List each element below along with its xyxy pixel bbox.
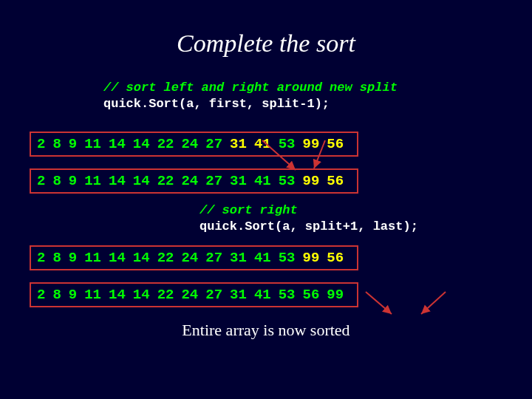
array-cell: 53 (279, 136, 296, 152)
array-cell: 27 (205, 250, 222, 266)
array-cell: 56 (327, 173, 344, 189)
array-cell: 2 (37, 173, 45, 189)
array-cell: 22 (157, 250, 174, 266)
svg-line-2 (366, 292, 392, 314)
array-cell: 99 (303, 136, 320, 152)
array-cell: 99 (327, 287, 344, 303)
array-cell: 24 (181, 136, 198, 152)
array-cell: 14 (109, 250, 126, 266)
array-cell: 2 (37, 136, 45, 152)
array-cell: 8 (52, 287, 61, 303)
array-cell: 14 (109, 136, 126, 152)
array-cell: 14 (109, 173, 126, 189)
array-cell: 9 (69, 250, 77, 266)
array-cell: 31 (230, 173, 247, 189)
array-cell: 11 (84, 136, 101, 152)
array-cell: 8 (52, 173, 61, 189)
code-block-1: // sort left and right around new split … (103, 80, 510, 112)
array-cell: 41 (254, 287, 271, 303)
array-cell: 53 (279, 250, 296, 266)
array-cell: 41 (254, 250, 271, 266)
slide-title: Complete the sort (126, 30, 406, 58)
caption: Entire array is now sorted (22, 321, 510, 340)
array-cell: 14 (133, 136, 150, 152)
array-cell: 41 (254, 136, 271, 152)
array-cell: 56 (327, 136, 344, 152)
array-cell: 22 (157, 173, 174, 189)
array-cell: 27 (205, 287, 222, 303)
array-cell: 31 (230, 250, 247, 266)
array-cell: 11 (84, 250, 101, 266)
array-cell: 24 (181, 173, 198, 189)
code1-call: quick.Sort(a, first, split-1); (103, 97, 330, 111)
array-cell: 11 (84, 287, 101, 303)
array-cell: 14 (133, 287, 150, 303)
code-block-2: // sort right quick.Sort(a, split+1, las… (200, 202, 510, 235)
array-cell: 56 (327, 250, 344, 266)
array-cell: 9 (69, 287, 77, 303)
array-row-1: 2891114142224273141539956 (30, 132, 358, 157)
array-cell: 99 (303, 250, 320, 266)
array-cell: 31 (230, 136, 247, 152)
array-row-2: 2891114142224273141539956 (30, 168, 358, 194)
array-cell: 9 (69, 136, 77, 152)
svg-line-3 (421, 292, 446, 314)
array-cell: 2 (37, 250, 45, 266)
array-cell: 14 (133, 250, 150, 266)
array-cell: 24 (181, 250, 198, 266)
array-row-3: 2891114142224273141539956 (30, 245, 358, 270)
array-cell: 41 (254, 173, 271, 189)
array-row-4: 2891114142224273141535699 (30, 282, 358, 307)
array-cell: 27 (205, 136, 222, 152)
array-cell: 14 (109, 287, 126, 303)
code2-call: quick.Sort(a, split+1, last); (200, 219, 418, 233)
array-cell: 53 (279, 287, 296, 303)
code1-comment: // sort left and right around new split (103, 81, 398, 95)
array-cell: 99 (303, 173, 320, 189)
array-cell: 24 (181, 287, 198, 303)
array-cell: 9 (69, 173, 77, 189)
code2-comment: // sort right (200, 203, 298, 217)
array-cell: 53 (279, 173, 296, 189)
array-cell: 11 (84, 173, 101, 189)
array-cell: 8 (52, 250, 61, 266)
array-cell: 14 (133, 173, 150, 189)
array-cell: 31 (230, 287, 247, 303)
array-cell: 22 (157, 136, 174, 152)
array-cell: 22 (157, 287, 174, 303)
array-cell: 27 (205, 173, 222, 189)
array-cell: 2 (37, 287, 45, 303)
array-cell: 8 (52, 136, 61, 152)
array-cell: 56 (303, 287, 320, 303)
